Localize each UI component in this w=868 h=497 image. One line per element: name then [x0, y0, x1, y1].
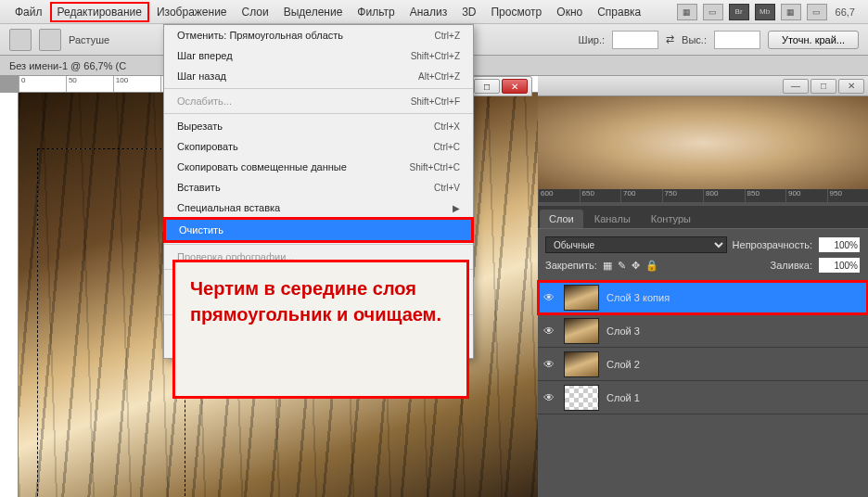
layers-list: 👁Слой 3 копия👁Слой 3👁Слой 2👁Слой 1	[538, 281, 868, 414]
menu-item-label: Шаг вперед	[177, 50, 411, 61]
menu-layers[interactable]: Слои	[235, 2, 276, 22]
menu-item-label: Специальная вставка	[177, 202, 453, 213]
refine-edge-button[interactable]: Уточн. край...	[768, 31, 859, 49]
layer-thumbnail[interactable]	[564, 285, 599, 311]
menu-item-shortcut: Ctrl+C	[433, 142, 460, 152]
layer-row[interactable]: 👁Слой 1	[538, 381, 868, 414]
visibility-icon[interactable]: 👁	[542, 358, 556, 371]
fill-input[interactable]	[818, 257, 861, 274]
layer-row[interactable]: 👁Слой 3 копия	[538, 281, 868, 314]
panel-window-controls: — □ ✕	[538, 76, 868, 96]
navigator-ruler: 600650700750800850900950	[538, 189, 868, 202]
panel-minimize-icon[interactable]: —	[783, 79, 809, 94]
opacity-label: Непрозрачность:	[733, 239, 812, 250]
layer-thumbnail[interactable]	[564, 385, 599, 411]
feather-label: Растуше	[69, 34, 109, 45]
menu-item[interactable]: СкопироватьCtrl+C	[164, 136, 473, 157]
layers-controls: Обычные Непрозрачность: Закрепить: ▦ ✎ ✥…	[538, 228, 868, 281]
menu-item[interactable]: Шаг назадAlt+Ctrl+Z	[164, 66, 473, 86]
menu-item-shortcut: Ctrl+X	[434, 121, 460, 132]
tab-layers[interactable]: Слои	[540, 210, 583, 228]
maximize-icon[interactable]: □	[474, 79, 500, 94]
zoom-level: 66,7	[830, 6, 861, 18]
menu-item[interactable]: Скопировать совмещенные данныеShift+Ctrl…	[164, 157, 473, 177]
menu-item-label: Отменить: Прямоугольная область	[177, 30, 435, 41]
panel-toggle-icon[interactable]: ▦	[677, 4, 697, 20]
lock-pixels-icon[interactable]: ✎	[618, 260, 626, 272]
navigator-preview[interactable]	[538, 96, 868, 189]
menu-item-label: Ослабить...	[177, 96, 411, 107]
tab-channels[interactable]: Каналы	[585, 210, 640, 228]
marquee-tool-icon[interactable]	[9, 29, 32, 51]
menu-3d[interactable]: 3D	[454, 2, 483, 22]
menu-view[interactable]: Просмотр	[483, 2, 549, 22]
close-icon[interactable]: ✕	[502, 79, 528, 94]
lock-all-icon[interactable]: 🔒	[645, 260, 658, 272]
menu-analysis[interactable]: Анализ	[402, 2, 455, 22]
menu-item-shortcut: Alt+Ctrl+Z	[418, 71, 460, 82]
menu-item-label: Скопировать	[177, 141, 433, 152]
lock-position-icon[interactable]: ✥	[632, 260, 640, 272]
menu-help[interactable]: Справка	[590, 2, 648, 22]
menu-item-label: Очистить	[179, 224, 458, 236]
menu-edit[interactable]: Редактирование	[50, 2, 149, 22]
minibridge-icon[interactable]: Mb	[755, 4, 775, 20]
screen-mode-icon[interactable]: ▭	[703, 4, 723, 20]
menu-item[interactable]: Шаг впередShift+Ctrl+Z	[164, 45, 473, 66]
swap-icon[interactable]: ⇄	[666, 33, 674, 45]
menu-item[interactable]: Специальная вставка▶	[164, 198, 473, 218]
menu-window[interactable]: Окно	[549, 2, 590, 22]
width-input[interactable]	[612, 31, 658, 49]
bridge-icon[interactable]: Br	[729, 4, 749, 20]
lock-label: Закрепить:	[545, 260, 597, 271]
panel-tabs: Слои Каналы Контуры	[538, 206, 868, 228]
fill-label: Заливка:	[771, 260, 812, 271]
menu-item-shortcut: Shift+Ctrl+C	[410, 162, 460, 172]
menu-item-label: Вырезать	[177, 121, 434, 132]
lock-transparency-icon[interactable]: ▦	[603, 260, 612, 272]
layer-name[interactable]: Слой 2	[606, 359, 640, 370]
ruler-vertical	[0, 93, 19, 497]
menu-item-shortcut: Ctrl+V	[434, 183, 460, 193]
menu-item[interactable]: Очистить	[166, 220, 471, 240]
visibility-icon[interactable]: 👁	[542, 391, 556, 404]
layer-name[interactable]: Слой 3 копия	[606, 292, 670, 303]
menubar: Файл Редактирование Изображение Слои Выд…	[0, 0, 868, 24]
annotation-box: Чертим в середине слоя прямоугольник и о…	[172, 260, 469, 399]
width-label: Шир.:	[579, 34, 605, 45]
screen-mode2-icon[interactable]: ▭	[807, 4, 827, 20]
menu-item-shortcut: Shift+Ctrl+Z	[411, 51, 460, 61]
opacity-input[interactable]	[818, 236, 861, 253]
layer-row[interactable]: 👁Слой 3	[538, 314, 868, 348]
blend-mode-select[interactable]: Обычные	[545, 236, 727, 253]
menu-item-label: Скопировать совмещенные данные	[177, 161, 410, 172]
menu-item-label: Вставить	[177, 182, 434, 193]
layer-name[interactable]: Слой 1	[606, 392, 640, 403]
menu-filter[interactable]: Фильтр	[350, 2, 402, 22]
selection-mode-icon[interactable]	[39, 29, 61, 51]
layer-thumbnail[interactable]	[564, 318, 599, 344]
menu-file[interactable]: Файл	[7, 2, 50, 22]
panel-maximize-icon[interactable]: □	[811, 79, 836, 94]
menu-item-shortcut: ▶	[453, 203, 460, 213]
menu-item-shortcut: Ctrl+Z	[435, 31, 461, 41]
menu-item-shortcut: Shift+Ctrl+F	[411, 96, 460, 107]
layer-name[interactable]: Слой 3	[606, 325, 640, 337]
layer-row[interactable]: 👁Слой 2	[538, 348, 868, 381]
visibility-icon[interactable]: 👁	[542, 325, 556, 338]
menu-item-label: Шаг назад	[177, 70, 418, 82]
panel-close-icon[interactable]: ✕	[838, 79, 864, 94]
right-panel: — □ ✕ 600650700750800850900950 Слои Кана…	[538, 76, 868, 497]
menu-select[interactable]: Выделение	[276, 2, 351, 22]
tab-paths[interactable]: Контуры	[642, 210, 700, 228]
layer-thumbnail[interactable]	[564, 351, 599, 377]
visibility-icon[interactable]: 👁	[542, 291, 556, 304]
menu-item[interactable]: Отменить: Прямоугольная областьCtrl+Z	[164, 25, 473, 45]
menu-image[interactable]: Изображение	[149, 2, 235, 22]
height-input[interactable]	[714, 31, 760, 49]
menu-item[interactable]: ВставитьCtrl+V	[164, 177, 473, 198]
menu-item[interactable]: ВырезатьCtrl+X	[164, 116, 473, 136]
menu-item: Ослабить...Shift+Ctrl+F	[164, 91, 473, 111]
height-label: Выс.:	[682, 34, 707, 45]
arrange-docs-icon[interactable]: ▦	[781, 4, 801, 20]
